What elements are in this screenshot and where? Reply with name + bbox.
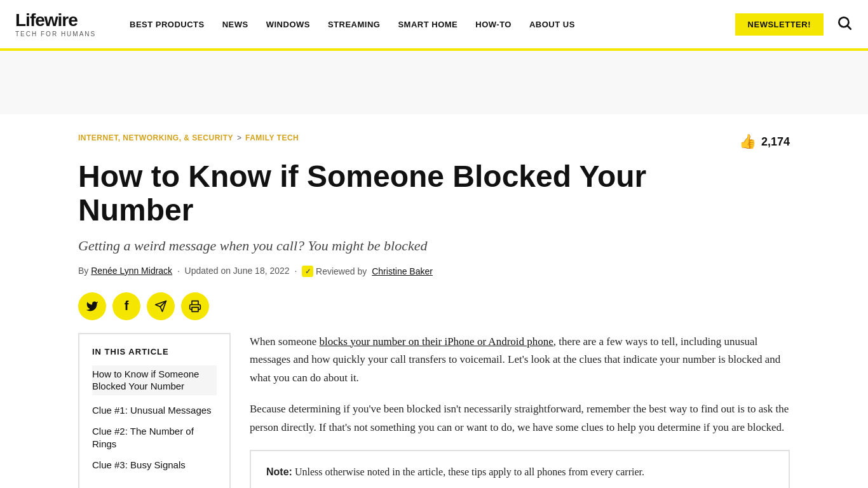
logo-area[interactable]: Lifewire TECH FOR HUMANS — [15, 11, 104, 37]
breadcrumb-internet[interactable]: INTERNET, NETWORKING, & SECURITY — [78, 133, 233, 142]
site-header: Lifewire TECH FOR HUMANS BEST PRODUCTS N… — [0, 0, 868, 51]
nav-best-products[interactable]: BEST PRODUCTS — [130, 20, 205, 29]
nav-windows[interactable]: WINDOWS — [266, 20, 310, 29]
search-icon[interactable] — [836, 15, 853, 34]
telegram-share-button[interactable] — [147, 292, 175, 320]
facebook-share-button[interactable]: f — [112, 292, 140, 320]
main-nav: BEST PRODUCTS NEWS WINDOWS STREAMING SMA… — [130, 20, 722, 29]
article-meta-row: INTERNET, NETWORKING, & SECURITY > FAMIL… — [78, 133, 790, 152]
reviewer-link[interactable]: Christine Baker — [372, 266, 433, 276]
content-layout: IN THIS ARTICLE How to Know if Someone B… — [78, 333, 790, 488]
nav-smart-home[interactable]: SMART HOME — [398, 20, 458, 29]
updated-date: Updated on June 18, 2022 — [185, 266, 290, 276]
toc-box: IN THIS ARTICLE How to Know if Someone B… — [78, 333, 231, 488]
toc-item-0[interactable]: How to Know if Someone Blocked Your Numb… — [92, 365, 217, 395]
logo: Lifewire — [15, 11, 104, 29]
breadcrumb-family-tech[interactable]: FAMILY TECH — [245, 133, 299, 142]
nav-about-us[interactable]: ABOUT US — [529, 20, 575, 29]
social-icons: f — [78, 292, 790, 320]
toc-heading: IN THIS ARTICLE — [92, 347, 217, 356]
logo-tagline: TECH FOR HUMANS — [15, 30, 104, 37]
svg-rect-4 — [192, 307, 198, 311]
note-text: Unless otherwise noted in the article, t… — [295, 466, 644, 477]
newsletter-button[interactable]: NEWSLETTER! — [735, 13, 824, 36]
note-box: Note: Unless otherwise noted in the arti… — [250, 450, 790, 488]
breadcrumb-sep: > — [237, 133, 241, 142]
facebook-icon: f — [125, 299, 129, 313]
like-count-area: 👍 2,174 — [739, 133, 790, 150]
author-link[interactable]: Renée Lynn Midrack — [91, 266, 172, 276]
reviewed-badge: ✓ Reviewed by Christine Baker — [302, 266, 433, 277]
thumbs-up-icon: 👍 — [739, 133, 756, 150]
article-title: How to Know if Someone Blocked Your Numb… — [78, 160, 650, 227]
main-container: INTERNET, NETWORKING, & SECURITY > FAMIL… — [53, 114, 815, 488]
para1-before: When someone — [250, 336, 320, 348]
toc-item-3[interactable]: Clue #3: Busy Signals — [92, 459, 217, 471]
nav-streaming[interactable]: STREAMING — [328, 20, 381, 29]
check-icon: ✓ — [302, 266, 313, 277]
article-subtitle: Getting a weird message when you call? Y… — [78, 238, 790, 254]
note-label: Note: — [266, 466, 292, 477]
breadcrumb: INTERNET, NETWORKING, & SECURITY > FAMIL… — [78, 133, 299, 142]
blocks-number-link[interactable]: blocks your number on their iPhone or An… — [320, 336, 553, 348]
toc-sidebar: IN THIS ARTICLE How to Know if Someone B… — [78, 333, 231, 488]
article-para-1: When someone blocks your number on their… — [250, 333, 790, 388]
svg-line-1 — [848, 26, 851, 29]
reviewed-prefix: Reviewed by — [316, 266, 367, 276]
print-share-button[interactable] — [181, 292, 209, 320]
toc-item-1[interactable]: Clue #1: Unusual Messages — [92, 404, 217, 417]
article-para-2: Because determining if you've been block… — [250, 400, 790, 437]
byline-prefix: By — [78, 266, 88, 276]
toc-item-2[interactable]: Clue #2: The Number of Rings — [92, 425, 217, 450]
article-byline: By Renée Lynn Midrack · Updated on June … — [78, 266, 790, 277]
like-count-value: 2,174 — [761, 135, 790, 149]
nav-news[interactable]: NEWS — [222, 20, 248, 29]
nav-how-to[interactable]: HOW-TO — [475, 20, 512, 29]
ad-banner — [0, 51, 868, 114]
article-body: When someone blocks your number on their… — [250, 333, 790, 488]
twitter-share-button[interactable] — [78, 292, 106, 320]
